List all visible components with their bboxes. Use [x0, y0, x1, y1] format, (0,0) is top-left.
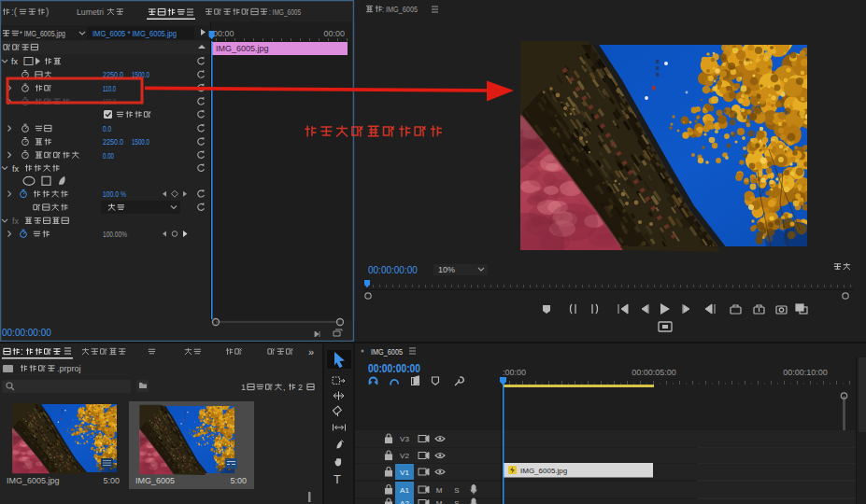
svg-text:00:00:05:00: 00:00:05:00 — [632, 368, 676, 377]
svg-text:00:00:10:00: 00:00:10:00 — [783, 368, 828, 377]
svg-text:S: S — [454, 486, 459, 495]
svg-text:00:00: 00:00 — [213, 29, 234, 38]
svg-text:IMG_6005.jpg: IMG_6005.jpg — [7, 476, 60, 485]
svg-text:IMG_6005.jpg: IMG_6005.jpg — [216, 44, 269, 53]
svg-text:5:00: 5:00 — [103, 476, 120, 485]
svg-text:0.0: 0.0 — [103, 123, 111, 133]
svg-text:* IMG_6005.jpg: * IMG_6005.jpg — [20, 28, 65, 38]
svg-text:10%: 10% — [438, 265, 455, 274]
svg-text:IMG_6005.jpg: IMG_6005.jpg — [520, 467, 567, 475]
svg-text:V1: V1 — [400, 469, 409, 477]
svg-text:1: 1 — [241, 383, 246, 392]
svg-text:.prproj: .prproj — [57, 364, 81, 373]
svg-text:IMG_6005: IMG_6005 — [371, 346, 403, 357]
svg-text:: IMG_6005: : IMG_6005 — [382, 4, 418, 14]
svg-text:fx: fx — [12, 164, 20, 174]
svg-text:V2: V2 — [400, 452, 409, 460]
svg-text::(: :( — [11, 7, 18, 17]
svg-text:100.0 %: 100.0 % — [103, 189, 126, 199]
svg-text:00:00:00:00: 00:00:00:00 — [368, 362, 420, 375]
svg-text:00:00: 00:00 — [323, 29, 345, 38]
svg-text:M: M — [436, 486, 443, 495]
svg-text:A1: A1 — [400, 486, 409, 495]
svg-text:fx: fx — [12, 217, 20, 226]
svg-text:1500.0: 1500.0 — [132, 136, 149, 147]
svg-text:IMG_6005: IMG_6005 — [135, 476, 175, 485]
svg-text::00:00: :00:00 — [503, 368, 526, 377]
svg-text:110.0: 110.0 — [103, 83, 116, 93]
svg-text:fx: fx — [11, 57, 19, 66]
svg-text:M: M — [436, 499, 443, 504]
svg-text:,: , — [283, 383, 286, 392]
svg-text:Lumetri: Lumetri — [77, 7, 104, 17]
svg-text:IMG_6005 * IMG_6005.jpg: IMG_6005 * IMG_6005.jpg — [92, 28, 177, 38]
svg-text:00:00:00:00: 00:00:00:00 — [368, 265, 418, 275]
svg-text:100.00%: 100.00% — [103, 229, 127, 239]
svg-text:2250.0: 2250.0 — [103, 136, 123, 147]
svg-text::: : — [21, 346, 23, 357]
svg-text:00:00:00:00: 00:00:00:00 — [2, 328, 51, 338]
svg-text:0.00: 0.00 — [103, 150, 114, 161]
svg-text:»: » — [308, 346, 314, 357]
svg-text:T: T — [334, 472, 341, 486]
svg-text:A2: A2 — [400, 499, 409, 504]
svg-text:S: S — [454, 499, 459, 504]
svg-text:2: 2 — [298, 383, 303, 392]
svg-text:V3: V3 — [400, 435, 409, 443]
svg-text:: IMG_6005: : IMG_6005 — [269, 7, 301, 17]
svg-text:): ) — [46, 7, 49, 17]
svg-text:5:00: 5:00 — [230, 476, 247, 485]
